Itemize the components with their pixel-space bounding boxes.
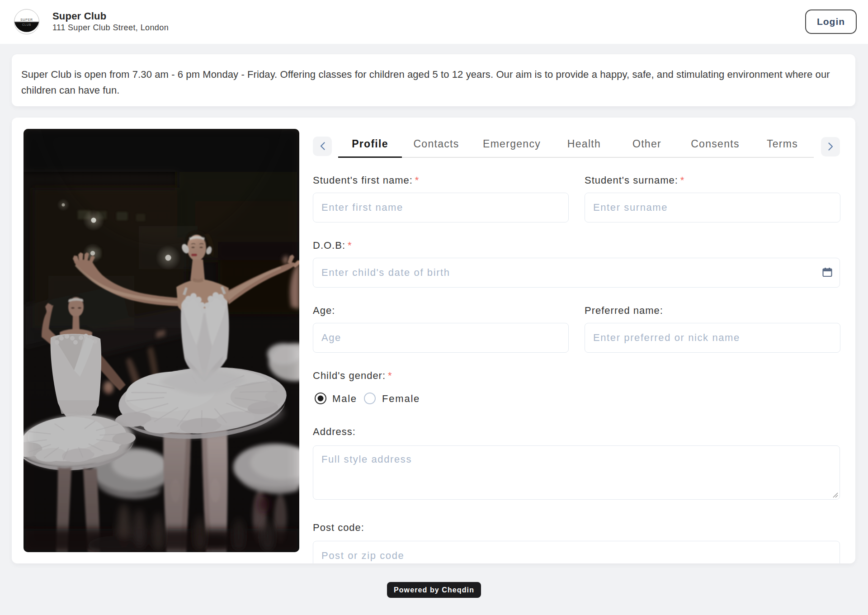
svg-text:Male: Male xyxy=(332,393,357,404)
svg-text:SUPER: SUPER xyxy=(20,18,33,21)
svg-text:CLUB: CLUB xyxy=(22,23,31,26)
svg-text:Female: Female xyxy=(382,393,420,404)
